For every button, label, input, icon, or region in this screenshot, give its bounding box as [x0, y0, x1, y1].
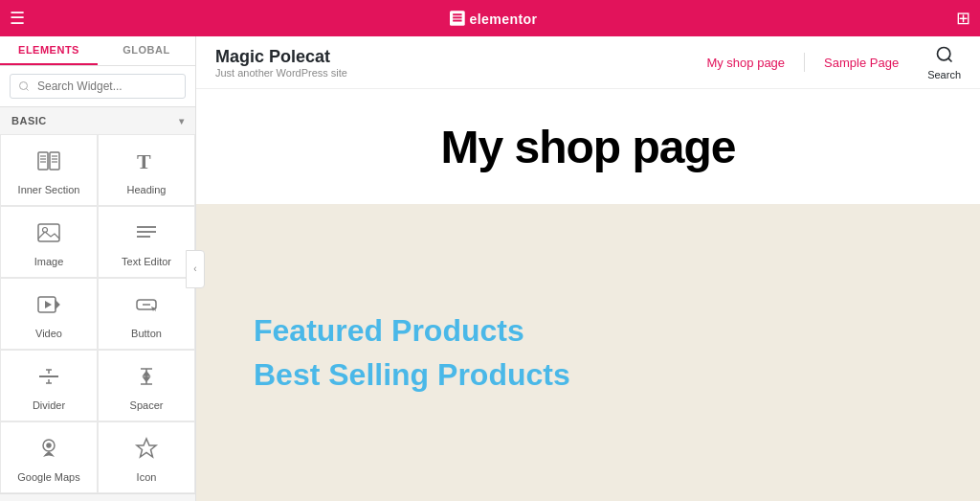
- nav-divider: [804, 53, 805, 72]
- pro-section-header[interactable]: PRO ▾: [0, 493, 195, 501]
- page-content: My shop page Featured Products Best Sell…: [196, 89, 980, 501]
- site-title: Magic Polecat: [215, 47, 347, 67]
- divider-icon: [35, 363, 62, 394]
- svg-rect-3: [454, 20, 462, 22]
- widget-icon-label: Icon: [137, 471, 157, 484]
- wordpress-nav: Magic Polecat Just another WordPress sit…: [196, 36, 980, 89]
- svg-point-35: [47, 444, 51, 447]
- video-icon: [35, 291, 62, 322]
- widget-inner-section[interactable]: Inner Section: [0, 134, 98, 206]
- widget-search-container: [0, 66, 195, 107]
- svg-marker-33: [144, 377, 149, 381]
- nav-link-my-shop-page[interactable]: My shop page: [706, 56, 785, 70]
- sidebar-tabs: ELEMENTS GLOBAL: [0, 36, 195, 66]
- page-body-section: Featured Products Best Selling Products: [196, 204, 980, 501]
- chevron-down-icon: ▾: [179, 116, 185, 126]
- svg-rect-14: [38, 224, 59, 241]
- widget-image[interactable]: Image: [0, 206, 98, 278]
- spacer-icon: [133, 363, 160, 394]
- nav-search[interactable]: Search: [927, 45, 961, 80]
- widget-grid: Inner Section T Heading: [0, 134, 195, 493]
- svg-rect-6: [50, 152, 59, 170]
- search-label: Search: [927, 69, 961, 80]
- widget-divider[interactable]: Divider: [0, 350, 98, 421]
- widget-button[interactable]: Button: [98, 278, 195, 350]
- svg-rect-2: [454, 16, 462, 18]
- content-area: Magic Polecat Just another WordPress sit…: [196, 36, 980, 501]
- widget-text-editor[interactable]: Text Editor: [98, 206, 195, 278]
- text-editor-icon: [133, 219, 160, 250]
- search-input[interactable]: [10, 74, 186, 99]
- widget-heading-label: Heading: [127, 184, 167, 196]
- widget-button-label: Button: [131, 328, 162, 340]
- main-layout: ELEMENTS GLOBAL BASIC ▾: [0, 36, 980, 501]
- basic-section-header[interactable]: BASIC ▾: [0, 107, 195, 134]
- apps-grid-icon[interactable]: ⊞: [956, 8, 970, 29]
- svg-marker-36: [137, 439, 156, 457]
- button-icon: [133, 291, 160, 322]
- heading-icon: T: [133, 148, 160, 178]
- widget-heading[interactable]: T Heading: [98, 134, 195, 206]
- featured-products-link[interactable]: Featured Products: [254, 312, 923, 349]
- widget-video[interactable]: Video: [0, 278, 98, 350]
- search-icon: [935, 45, 954, 67]
- google-maps-icon: [35, 435, 62, 466]
- widget-spacer[interactable]: Spacer: [98, 350, 195, 421]
- icon-widget-icon: [133, 435, 160, 466]
- widget-spacer-label: Spacer: [130, 399, 164, 412]
- svg-rect-5: [38, 152, 48, 170]
- nav-link-sample-page[interactable]: Sample Page: [824, 56, 899, 70]
- svg-marker-20: [56, 301, 59, 308]
- page-header-section: My shop page: [196, 89, 980, 204]
- widget-google-maps[interactable]: Google Maps: [0, 421, 98, 493]
- image-icon: [35, 219, 62, 250]
- svg-point-39: [937, 47, 949, 59]
- svg-text:elementor: elementor: [470, 11, 538, 27]
- widget-icon[interactable]: Icon: [98, 421, 195, 493]
- nav-links: My shop page Sample Page Search: [706, 45, 961, 80]
- best-selling-products-link[interactable]: Best Selling Products: [254, 356, 923, 393]
- widget-image-label: Image: [34, 256, 64, 268]
- widget-video-label: Video: [35, 328, 62, 340]
- svg-rect-1: [454, 13, 462, 15]
- svg-marker-21: [45, 301, 52, 308]
- basic-section-label: BASIC: [11, 115, 47, 126]
- widget-divider-label: Divider: [33, 399, 65, 412]
- elementor-topbar: ☰ elementor ⊞: [0, 0, 980, 36]
- elementor-logo-svg: elementor: [450, 8, 540, 29]
- inner-section-icon: [35, 148, 62, 178]
- svg-marker-32: [144, 372, 149, 376]
- widget-google-maps-label: Google Maps: [17, 471, 79, 484]
- widget-text-editor-label: Text Editor: [122, 256, 171, 268]
- site-subtitle: Just another WordPress site: [215, 67, 347, 79]
- sidebar-collapse-handle[interactable]: ‹: [186, 250, 205, 288]
- elementor-logo: elementor: [34, 8, 956, 29]
- tab-global[interactable]: GLOBAL: [98, 36, 195, 65]
- site-brand: Magic Polecat Just another WordPress sit…: [215, 47, 347, 79]
- tab-elements[interactable]: ELEMENTS: [0, 36, 98, 65]
- page-heading: My shop page: [440, 121, 735, 173]
- hamburger-menu-icon[interactable]: ☰: [10, 8, 25, 29]
- svg-text:T: T: [137, 149, 151, 173]
- widget-inner-section-label: Inner Section: [18, 184, 80, 196]
- sidebar: ELEMENTS GLOBAL BASIC ▾: [0, 36, 196, 501]
